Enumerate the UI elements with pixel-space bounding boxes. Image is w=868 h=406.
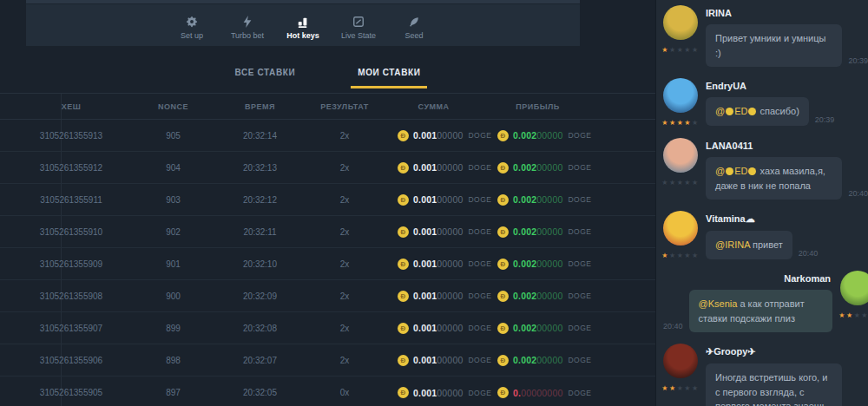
column-header-сумма: СУММА	[384, 102, 483, 111]
table-body: 310526135591390520:32:142xÐ0.00100000DOG…	[0, 120, 655, 406]
user-mention[interactable]: @Ksenia	[699, 298, 738, 309]
chat-message: ★★★★★Vitamina☁@IRINA привет20:40	[663, 211, 868, 259]
coin-emoji-icon	[726, 108, 733, 115]
bets-tabs: ВСЕ СТАВКИМОИ СТАВКИ	[0, 68, 655, 88]
currency-label: DOGE	[568, 163, 591, 172]
doge-coin-icon: Ð	[497, 291, 509, 302]
toolbar-item-label: Hot keys	[286, 31, 319, 40]
avatar[interactable]	[663, 344, 698, 378]
cell-hash: 3105261355909	[10, 259, 132, 269]
currency-label: DOGE	[568, 195, 591, 204]
table-row[interactable]: 310526135590689820:32:072xÐ0.00100000DOG…	[0, 344, 655, 377]
cell-profit: Ð0.00200000DOGE	[483, 291, 592, 302]
cell-hash: 3105261355908	[10, 291, 132, 301]
cell-profit-value: 0.00200000	[513, 323, 562, 333]
user-rating-stars: ★★★★★	[661, 252, 699, 259]
doge-coin-icon: Ð	[398, 162, 409, 174]
cell-bet-amount: Ð0.00100000DOGE	[384, 291, 483, 302]
cell-nonce: 903	[132, 195, 214, 205]
toolbar-item-set-up[interactable]: Set up	[170, 16, 214, 40]
user-mention[interactable]: @	[715, 106, 725, 116]
chat-bubble-row: @IRINA привет20:40	[706, 231, 868, 259]
gear-icon	[186, 16, 198, 28]
cell-bet-amount: Ð0.00100000DOGE	[384, 194, 483, 206]
chat-bubble: @IRINA привет	[706, 231, 792, 259]
cell-hash: 3105261355906	[10, 356, 132, 365]
avatar[interactable]	[663, 5, 698, 40]
toolbar-item-seed[interactable]: Seed	[392, 16, 436, 40]
column-header-прибыль: ПРИБЫЛЬ	[483, 102, 592, 111]
cell-bet-amount-value: 0.00100000	[413, 162, 463, 173]
chat-bubble-row: @Ksenia а как отправит ставки подскажи п…	[663, 290, 832, 332]
cell-profit-value: 0.00000000	[513, 388, 563, 398]
chat-bubble-row: Привет умники и умницы :)20:39	[706, 24, 868, 67]
cell-profit: Ð0.00200000DOGE	[483, 162, 592, 174]
chat-bubble: @Ksenia а как отправит ставки подскажи п…	[689, 290, 832, 332]
user-mention[interactable]: ED	[734, 106, 747, 116]
cell-hash: 3105261355905	[10, 388, 132, 397]
user-rating-stars: ★★★★★	[661, 119, 699, 127]
message-timestamp: 20:40	[663, 322, 683, 331]
avatar[interactable]	[663, 211, 698, 246]
chat-message-content: IRINAПривет умники и умницы :)20:39	[706, 5, 868, 67]
table-row[interactable]: 310526135590890020:32:092xÐ0.00100000DOG…	[0, 280, 655, 312]
avatar[interactable]	[663, 138, 698, 173]
user-mention[interactable]: @	[715, 166, 725, 176]
toolbar-item-hot-keys[interactable]: Hot keys	[281, 16, 325, 40]
chat-username[interactable]: Vitamina☁	[706, 213, 868, 225]
chat-username[interactable]: LANA0411	[706, 141, 868, 151]
cell-bet-amount-value: 0.00100000	[413, 259, 463, 269]
chat-bubble: Иногда встретишь кого, и с первого взгля…	[706, 363, 842, 406]
chat-message-content: ✈Groopy✈Иногда встретишь кого, и с перво…	[706, 344, 868, 406]
table-row[interactable]: 310526135591090220:32:112xÐ0.00100000DOG…	[0, 216, 655, 248]
cell-time: 20:32:13	[214, 163, 306, 173]
cell-bet-amount: Ð0.00100000DOGE	[384, 387, 483, 398]
chat-panel[interactable]: ★★★★★IRINAПривет умники и умницы :)20:39…	[655, 0, 868, 406]
cell-result: 2x	[306, 356, 384, 365]
cell-nonce: 897	[132, 388, 214, 397]
cell-nonce: 900	[132, 291, 214, 301]
chat-message-content: Narkoman@Ksenia а как отправит ставки по…	[663, 271, 832, 332]
doge-coin-icon: Ð	[398, 259, 409, 270]
table-row[interactable]: 310526135591190320:32:122xÐ0.00100000DOG…	[0, 184, 655, 216]
table-row[interactable]: 310526135590990120:32:102xÐ0.00100000DOG…	[0, 248, 655, 280]
table-row[interactable]: 310526135590589720:32:050xÐ0.00100000DOG…	[0, 377, 655, 406]
cell-time: 20:32:10	[214, 259, 306, 269]
coin-emoji-icon	[748, 167, 756, 175]
chat-username[interactable]: ✈Groopy✈	[706, 346, 868, 357]
chat-username[interactable]: Narkoman	[663, 273, 832, 284]
chat-message: ★★★★★EndryUA@ED спасибо)20:39	[663, 78, 868, 127]
coin-emoji-icon	[748, 108, 756, 115]
doge-coin-icon: Ð	[497, 226, 509, 238]
avatar[interactable]	[840, 271, 868, 305]
chat-username[interactable]: IRINA	[706, 8, 868, 18]
chat-message: ★★★★★✈Groopy✈Иногда встретишь кого, и с …	[663, 344, 868, 406]
message-text: спасибо)	[757, 106, 799, 116]
table-row[interactable]: 310526135591390520:32:142xÐ0.00100000DOG…	[0, 120, 655, 152]
tab-все-ставки[interactable]: ВСЕ СТАВКИ	[228, 68, 303, 88]
avatar[interactable]	[663, 78, 698, 113]
user-mention[interactable]: @IRINA	[715, 239, 750, 250]
cell-profit: Ð0.00200000DOGE	[483, 355, 592, 366]
toolbar-item-label: Seed	[404, 31, 423, 40]
currency-label: DOGE	[568, 324, 591, 332]
cell-profit-value: 0.00200000	[513, 194, 562, 205]
lightning-icon	[241, 16, 253, 28]
chat-username[interactable]: EndryUA	[706, 81, 868, 91]
message-text: Привет умники и умницы :)	[715, 33, 825, 58]
cell-profit: Ð0.00200000DOGE	[483, 323, 592, 334]
doge-coin-icon: Ð	[398, 355, 409, 366]
toolbar-item-live-state[interactable]: Live State	[337, 16, 380, 40]
user-mention[interactable]: ED	[734, 166, 747, 176]
doge-coin-icon: Ð	[398, 323, 409, 334]
table-row[interactable]: 310526135590789920:32:082xÐ0.00100000DOG…	[0, 312, 655, 344]
doge-coin-icon: Ð	[398, 130, 409, 141]
chat-avatar-column: ★★★★★	[663, 138, 698, 200]
table-row[interactable]: 310526135591290420:32:132xÐ0.00100000DOG…	[0, 152, 655, 184]
chat-message: ★★★★★LANA0411@ED хаха мазила,я, даже в н…	[663, 138, 868, 200]
doge-coin-icon: Ð	[398, 387, 409, 398]
tab-мои-ставки[interactable]: МОИ СТАВКИ	[351, 68, 427, 88]
livestate-icon	[352, 16, 365, 28]
toolbar-item-turbo-bet[interactable]: Turbo bet	[226, 16, 269, 40]
cell-time: 20:32:05	[214, 388, 306, 397]
